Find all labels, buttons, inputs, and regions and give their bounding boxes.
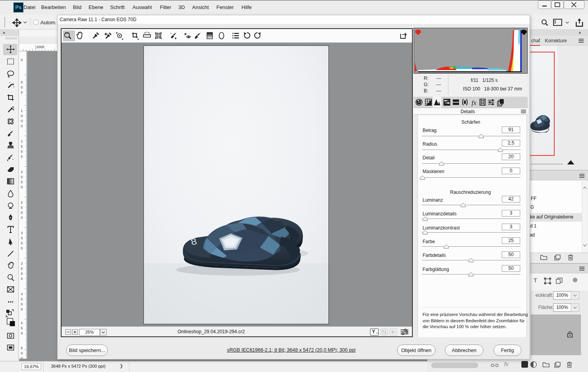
svg-text:fx: fx xyxy=(472,99,477,107)
